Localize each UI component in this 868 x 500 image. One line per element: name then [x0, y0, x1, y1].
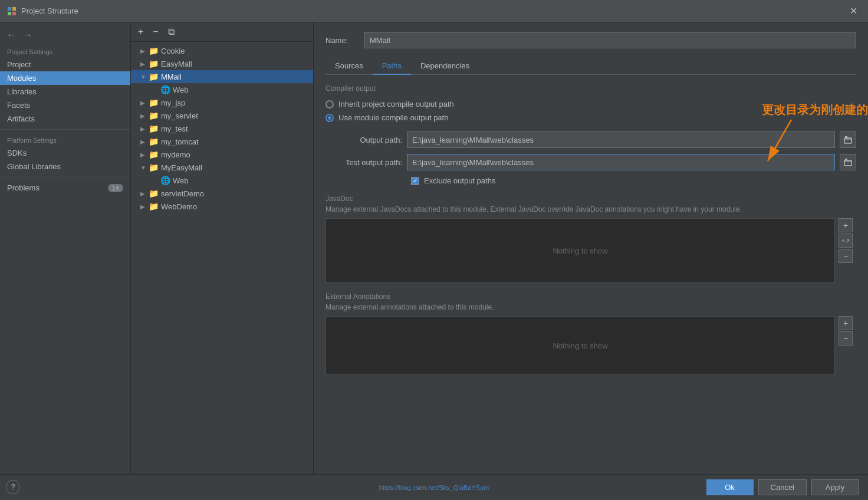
name-input[interactable]	[364, 32, 856, 48]
folder-icon: 📁	[149, 189, 159, 198]
nav-back-button[interactable]: ←	[5, 29, 18, 40]
web-icon: 🌐	[160, 85, 170, 94]
output-path-row: Output path:	[326, 131, 856, 148]
external-annotations-desc: Manage external annotations attached to …	[326, 303, 856, 311]
add-module-button[interactable]: +	[136, 26, 146, 38]
module-tree: ▶ 📁 Cookie ▶ 📁 EasyMall ▼ 📁 MMall	[131, 42, 313, 474]
expand-arrow: ▶	[140, 61, 149, 67]
expand-arrow: ▶	[140, 203, 149, 210]
tree-item-my_test[interactable]: ▶ 📁 my_test	[131, 122, 313, 135]
radio-circle-inherit	[326, 100, 334, 108]
ext-ann-remove-button[interactable]: −	[839, 331, 853, 346]
tree-item-webdemo[interactable]: ▶ 📁 WebDemo	[131, 200, 313, 213]
apply-button[interactable]: Apply	[811, 479, 859, 495]
tree-item-mydemo[interactable]: ▶ 📁 mydemo	[131, 148, 313, 161]
svg-rect-5	[845, 136, 847, 138]
tree-item-mmall-web[interactable]: 🌐 Web	[131, 83, 313, 96]
external-annotations-section: External Annotations Manage external ann…	[326, 292, 856, 375]
tree-item-my_tomcat[interactable]: ▶ 📁 my_tomcat	[131, 135, 313, 148]
cancel-button[interactable]: Cancel	[758, 479, 807, 495]
sidebar: ← → Project Settings Project Modules Lib…	[0, 22, 131, 474]
ext-ann-empty-label: Nothing to show	[553, 341, 607, 350]
external-annotations-area: Nothing to show	[326, 316, 835, 375]
radio-inherit[interactable]: Inherit project compile output path	[326, 100, 856, 108]
tab-paths[interactable]: Paths	[373, 58, 411, 75]
tree-item-easymall[interactable]: ▶ 📁 EasyMall	[131, 57, 313, 70]
sidebar-item-libraries[interactable]: Libraries	[0, 85, 130, 98]
module-panel: + − ⧉ ▶ 📁 Cookie ▶ 📁 EasyMall	[131, 22, 314, 474]
test-output-path-row: Test output path:	[326, 154, 856, 170]
tree-item-my_servlet[interactable]: ▶ 📁 my_servlet	[131, 109, 313, 122]
ext-ann-add-button[interactable]: +	[839, 316, 853, 330]
radio-use-module[interactable]: Use module compile output path	[326, 113, 856, 122]
sidebar-item-project[interactable]: Project	[0, 58, 130, 71]
app-icon	[7, 6, 17, 16]
expand-arrow: ▼	[140, 165, 149, 171]
sidebar-item-sdks[interactable]: SDKs	[0, 146, 130, 160]
tab-dependencies[interactable]: Dependencies	[411, 58, 479, 75]
title-bar-left: Project Structure	[7, 6, 78, 16]
javadoc-section: JavaDoc Manage external JavaDocs attache…	[326, 195, 856, 283]
remove-module-button[interactable]: −	[150, 26, 160, 38]
tabs-row: Sources Paths Dependencies	[326, 58, 856, 75]
tree-item-myeasymall-web[interactable]: 🌐 Web	[131, 174, 313, 187]
ok-button[interactable]: Ok	[706, 479, 754, 495]
expand-arrow: ▶	[140, 113, 149, 119]
expand-arrow: ▶	[140, 48, 149, 54]
output-path-browse-button[interactable]	[840, 131, 856, 148]
exclude-checkbox[interactable]: ✓	[411, 177, 419, 185]
project-structure-dialog: Project Structure ✕ ← → Project Settings…	[0, 0, 868, 500]
folder-icon: 📁	[149, 202, 159, 211]
help-button[interactable]: ?	[6, 480, 20, 494]
folder-icon: 📁	[149, 72, 159, 81]
web-icon: 🌐	[160, 176, 170, 185]
svg-rect-3	[12, 12, 16, 15]
test-output-path-browse-button[interactable]	[840, 154, 856, 170]
output-path-input[interactable]	[407, 131, 835, 148]
javadoc-remove-button[interactable]: −	[839, 249, 853, 263]
tree-item-mmall[interactable]: ▼ 📁 MMall	[131, 70, 313, 83]
folder-icon: 📁	[149, 46, 159, 55]
sidebar-item-modules[interactable]: Modules	[0, 71, 130, 85]
expand-arrow: ▶	[140, 139, 149, 145]
test-output-path-input[interactable]	[407, 154, 835, 170]
expand-arrow: ▼	[140, 74, 149, 80]
sidebar-item-facets[interactable]: Facets	[0, 98, 130, 112]
compiler-output-label: Compiler output	[326, 84, 856, 93]
tree-item-cookie[interactable]: ▶ 📁 Cookie	[131, 44, 313, 57]
platform-settings-header: Platform Settings	[0, 133, 130, 146]
name-label: Name:	[326, 36, 355, 45]
bottom-link[interactable]: https://blog.csdn.net/Sky_QiaBaYSum	[379, 484, 489, 491]
name-row: Name:	[326, 32, 856, 48]
svg-rect-0	[8, 7, 11, 11]
sidebar-item-global-libraries[interactable]: Global Libraries	[0, 160, 130, 173]
tree-item-servletdemo[interactable]: ▶ 📁 servletDemo	[131, 187, 313, 200]
expand-arrow: ▶	[140, 152, 149, 158]
test-output-path-label: Test output path:	[326, 158, 402, 167]
title-bar: Project Structure ✕	[0, 0, 868, 22]
radio-circle-use-module	[326, 114, 334, 122]
sidebar-item-problems[interactable]: Problems 14	[0, 181, 130, 195]
javadoc-add-button[interactable]: +	[839, 218, 853, 232]
copy-module-button[interactable]: ⧉	[166, 26, 177, 38]
tree-item-myeasymall[interactable]: ▼ 📁 MyEasyMall	[131, 161, 313, 174]
content-area: Name: Sources Paths Dependencies Compile…	[314, 22, 868, 474]
content-panel: Name: Sources Paths Dependencies Compile…	[314, 22, 868, 394]
tab-sources[interactable]: Sources	[326, 58, 373, 75]
sidebar-item-artifacts[interactable]: Artifacts	[0, 112, 130, 126]
expand-arrow: ▶	[140, 126, 149, 132]
javadoc-add-url-button[interactable]: +↗	[839, 233, 853, 248]
nav-forward-button[interactable]: →	[21, 29, 34, 40]
folder-icon: 📁	[149, 124, 159, 133]
folder-icon: 📁	[149, 137, 159, 146]
tree-item-my_jsp[interactable]: ▶ 📁 my_jsp	[131, 96, 313, 109]
svg-rect-6	[844, 160, 851, 166]
sidebar-divider	[0, 129, 130, 130]
svg-rect-1	[12, 7, 16, 11]
external-annotations-header: External Annotations	[326, 292, 856, 301]
svg-rect-2	[8, 12, 11, 15]
javadoc-empty-label: Nothing to show	[553, 246, 607, 255]
close-button[interactable]: ✕	[846, 4, 861, 18]
exclude-checkbox-row: ✓ Exclude output paths	[326, 176, 856, 185]
sidebar-divider-2	[0, 177, 130, 177]
